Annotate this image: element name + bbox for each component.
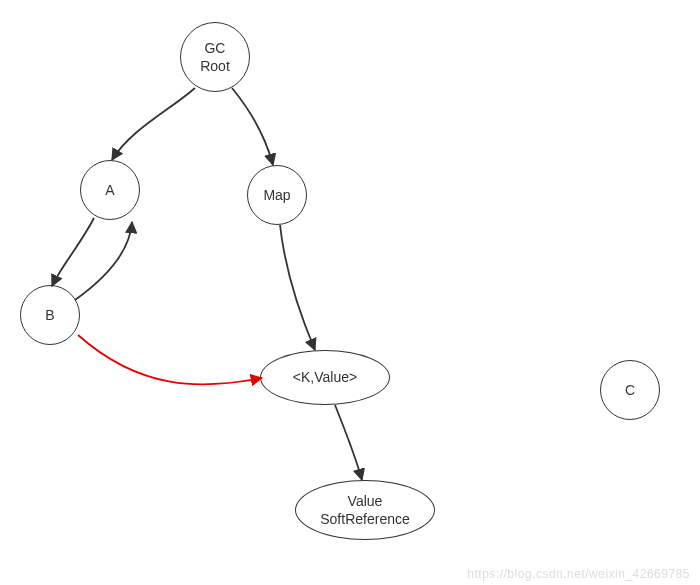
edge-gcroot-map xyxy=(232,88,273,165)
node-value-softref-label: Value SoftReference xyxy=(320,492,410,528)
edge-kvalue-softref xyxy=(335,405,362,480)
node-kvalue: <K,Value> xyxy=(260,350,390,405)
node-c: C xyxy=(600,360,660,420)
node-map: Map xyxy=(247,165,307,225)
node-a: A xyxy=(80,160,140,220)
edge-a-b xyxy=(52,218,94,286)
edge-map-kvalue xyxy=(280,225,315,350)
node-value-softref: Value SoftReference xyxy=(295,480,435,540)
edge-b-kvalue xyxy=(78,335,262,384)
node-gc-root-label: GC Root xyxy=(200,39,230,75)
node-b: B xyxy=(20,285,80,345)
node-gc-root: GC Root xyxy=(180,22,250,92)
watermark-text: https://blog.csdn.net/weixin_42669785 xyxy=(467,567,690,581)
node-kvalue-label: <K,Value> xyxy=(293,368,357,386)
node-map-label: Map xyxy=(263,186,290,204)
edge-b-a xyxy=(75,222,132,300)
edge-gcroot-a xyxy=(112,88,195,160)
node-b-label: B xyxy=(45,306,54,324)
watermark: https://blog.csdn.net/weixin_42669785 xyxy=(467,567,690,581)
node-c-label: C xyxy=(625,381,635,399)
node-a-label: A xyxy=(105,181,114,199)
